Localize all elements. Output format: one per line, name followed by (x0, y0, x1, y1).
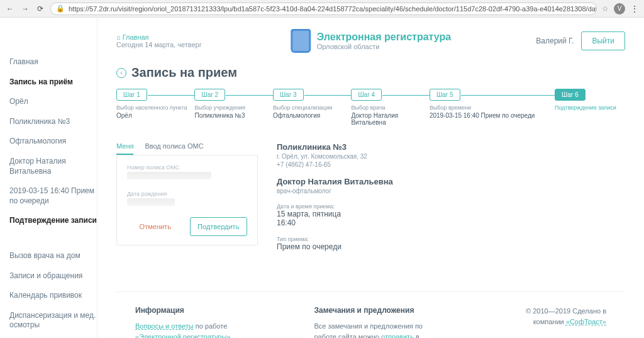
summary-panel: Поликлиника №3 г. Орёл, ул. Комсомольска… (277, 138, 625, 260)
back-circle-icon[interactable]: ‹ (116, 68, 126, 78)
reload-icon[interactable]: ⟳ (35, 4, 45, 14)
step-2[interactable]: Шаг 2 Выбор учреждения Поликлиника №3 (194, 89, 272, 119)
home-link[interactable]: ⌂ Главная (116, 33, 149, 41)
appt-type: Прием по очереди (277, 242, 625, 251)
clinic-name: Поликлиника №3 (277, 142, 625, 152)
sidebar-item[interactable]: Диспансеризация и мед. осмотры (9, 306, 97, 335)
back-icon[interactable]: ← (5, 4, 15, 14)
logout-button[interactable]: Выйти (581, 31, 625, 50)
appt-date: 15 марта, пятница (277, 210, 625, 218)
step-6[interactable]: Шаг 6 Подтверждение записи (555, 89, 625, 111)
sidebar-item[interactable]: 2019-03-15 16:40 Прием по очереди (9, 181, 97, 211)
url-bar[interactable]: 🔒 https://57.2dr.ru/visit/region/oriol_2… (50, 3, 597, 15)
tab-me[interactable]: Меня (116, 138, 133, 155)
form-tabs: Меня Ввод полиса ОМС (116, 138, 258, 155)
forward-icon[interactable]: → (20, 4, 30, 14)
oms-label: Номер полиса ОМС (127, 164, 247, 171)
menu-icon[interactable]: ⋮ (630, 4, 639, 14)
sidebar-item[interactable]: Подтверждение записи (9, 211, 97, 231)
clinic-address: г. Орёл, ул. Комсомольская, 32 (277, 153, 625, 160)
sidebar-item[interactable]: Поликлиника №3 (9, 112, 97, 132)
sidebar-item[interactable]: Записи и обращения (9, 266, 97, 286)
sidebar: Главная Запись на приём Орёл Поликлиника… (0, 18, 97, 338)
sidebar-item[interactable]: Орёл (9, 92, 97, 112)
sidebar-item[interactable]: Доктор Наталия Витальевна (9, 152, 97, 181)
brand: Электронная регистратура Орловской облас… (291, 29, 451, 53)
appt-time: 16:40 (277, 218, 625, 227)
stepper: Шаг 1 Выбор населенного пункта Орёл Шаг … (116, 89, 625, 126)
footer-faq-link[interactable]: Вопросы и ответы (135, 322, 194, 330)
sidebar-item[interactable]: Запись на приём (9, 72, 97, 93)
step-1[interactable]: Шаг 1 Выбор населенного пункта Орёл (116, 89, 194, 119)
bookmark-icon[interactable]: ☆ (602, 4, 609, 13)
sidebar-item[interactable]: Офтальмология (9, 132, 97, 152)
breadcrumb: ⌂ Главная Сегодня 14 марта, четверг (116, 33, 202, 48)
footer-reg-link[interactable]: «Электронной регистратуры» (135, 333, 230, 339)
logo-icon (291, 29, 311, 53)
footer-send-link[interactable]: отправить (381, 333, 414, 339)
doctor-name: Доктор Наталия Витальевна (277, 177, 625, 186)
profile-avatar[interactable]: V (614, 3, 625, 14)
url-text: https://57.2dr.ru/visit/region/oriol_201… (69, 5, 597, 13)
dob-value (127, 198, 175, 206)
user-name: Валерий Г. (536, 37, 574, 45)
form-card: Номер полиса ОМС Дата рождения Отменить … (116, 155, 258, 245)
brand-subtitle: Орловской области (317, 43, 451, 50)
step-3[interactable]: Шаг 3 Выбор специализации Офтальмология (273, 89, 351, 119)
sidebar-item[interactable]: Здоровье (9, 335, 97, 338)
cancel-button[interactable]: Отменить (127, 217, 184, 236)
footer: Информация Вопросы и ответы по работе «Э… (116, 291, 625, 338)
step-5[interactable]: Шаг 5 Выбор времени 2019-03-15 16:40 При… (430, 89, 555, 119)
sidebar-item[interactable]: Вызов врача на дом (9, 246, 97, 266)
sidebar-item[interactable]: Главная (9, 52, 97, 72)
footer-feedback-title: Замечания и предложения (314, 306, 437, 315)
clinic-phone: +7 (4862) 47-16-65 (277, 161, 625, 168)
step-4[interactable]: Шаг 4 Выбор врача Доктор Наталия Виталье… (351, 89, 429, 126)
page-title: Запись на прием (131, 65, 237, 80)
doctor-spec: врач-офтальмолог (277, 188, 625, 194)
oms-value (127, 172, 211, 179)
today-label: Сегодня 14 марта, четверг (116, 41, 202, 48)
dob-label: Дата рождения (127, 191, 247, 197)
brand-title: Электронная регистратура (317, 31, 451, 43)
footer-info-title: Информация (135, 306, 258, 315)
footer-company-link[interactable]: «СофТраст» (566, 318, 606, 325)
confirm-button[interactable]: Подтвердить (190, 217, 248, 236)
datetime-label: Дата и время приема: (277, 203, 625, 210)
lock-icon: 🔒 (56, 4, 65, 13)
tab-oms[interactable]: Ввод полиса ОМС (145, 138, 203, 155)
type-label: Тип приема: (277, 236, 625, 242)
sidebar-item[interactable]: Календарь прививок (9, 286, 97, 306)
browser-chrome: ← → ⟳ 🔒 https://57.2dr.ru/visit/region/o… (0, 0, 644, 18)
footer-year: © 2010—2019 (526, 307, 570, 315)
